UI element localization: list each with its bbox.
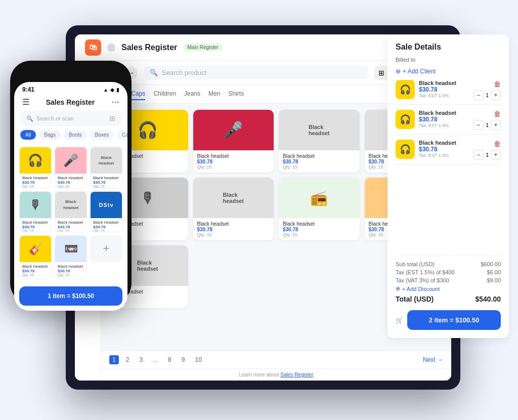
- tablet-search-wrap[interactable]: 🔍 Search product: [144, 66, 368, 79]
- category-caps[interactable]: Caps: [131, 88, 145, 100]
- qty-decrease-1[interactable]: −: [473, 90, 484, 100]
- tablet-product-card[interactable]: Blackheadset Black headset $30.78 Qty: 1…: [279, 110, 360, 173]
- phone-cat-caps[interactable]: Caps: [117, 130, 127, 140]
- sale-item-2: 🎧 Black headset $30.78 Tax: EST 1.5% 🗑 −…: [396, 110, 501, 135]
- delete-item-3-icon[interactable]: 🗑: [494, 140, 501, 148]
- phone-notch: [51, 68, 91, 80]
- phone-product-name: Black headset: [22, 176, 49, 180]
- phone-product-price: $30.78: [93, 225, 119, 229]
- phone-product-card[interactable]: 🎸 Black headset $30.78 Qty: 15: [19, 235, 52, 279]
- tablet-product-card[interactable]: Blackheadset Black headset $30.78 Qty: 1…: [193, 178, 274, 240]
- qty-decrease-3[interactable]: −: [473, 150, 484, 160]
- sale-item-name-3: Black headset: [419, 140, 469, 146]
- subtotal-row: Sub total (USD) $600.00: [396, 261, 501, 267]
- sale-item-tax-1: Tax: EST 1.5%: [419, 93, 469, 98]
- qty-increase-2[interactable]: +: [491, 120, 501, 130]
- tax2-label: Tax (VAT 3%) of $300: [396, 277, 449, 283]
- phone-add-product-button[interactable]: +: [90, 235, 122, 262]
- phone-cat-all[interactable]: All: [20, 130, 36, 140]
- footer-link[interactable]: Sales Register: [280, 372, 313, 377]
- qty-increase-3[interactable]: +: [491, 150, 501, 160]
- phone-categories: All Bags Boots Boxes Caps C: [14, 130, 127, 143]
- category-men[interactable]: Men: [208, 88, 220, 100]
- phone-product-image: 🎙: [20, 192, 51, 218]
- product-price: $30.78: [197, 159, 270, 164]
- subtotal-value: $600.00: [481, 261, 501, 267]
- checkout-button[interactable]: 2 item = $100.50: [407, 310, 501, 330]
- phone-product-card[interactable]: 📼 Black headset $30.78 Qty: 15: [55, 235, 87, 279]
- phone-cat-boxes[interactable]: Boxes: [90, 130, 114, 140]
- phone-product-name: Black headset: [22, 220, 49, 225]
- signal-icon: ▲: [103, 87, 108, 93]
- page-2[interactable]: 2: [123, 355, 133, 364]
- page-10[interactable]: 10: [192, 355, 204, 364]
- phone-product-price: $30.78: [22, 225, 49, 229]
- page-8[interactable]: 8: [165, 355, 175, 364]
- product-image: 🎤: [193, 110, 274, 150]
- product-price: $30.78: [197, 227, 270, 232]
- scan-icon[interactable]: ⊞: [374, 66, 388, 80]
- main-register-badge: Main Register: [183, 44, 223, 51]
- phone-cat-bags[interactable]: Bags: [39, 130, 61, 140]
- add-discount-button[interactable]: ⊕ + Add Discount: [396, 285, 501, 292]
- subtotal-label: Sub total (USD): [396, 261, 435, 267]
- delete-item-1-icon[interactable]: 🗑: [494, 80, 501, 88]
- product-price: $30.78: [283, 159, 356, 164]
- tax1-label: Tax (EST 1.5%) of $400: [396, 269, 455, 275]
- phone-product-card[interactable]: 🎧 Black headset $30.78 Qty: 15: [19, 147, 52, 188]
- tablet-product-card[interactable]: 🎤 Black headset $30.78 Qty: 15: [193, 110, 274, 173]
- page-1[interactable]: 1: [109, 355, 119, 364]
- phone-search-placeholder: Search or scan: [36, 115, 74, 121]
- sale-item-name-1: Black headset: [419, 80, 469, 86]
- phone-header: ☰ Sales Register ⋯: [14, 95, 127, 111]
- qty-control-2: − 1 +: [473, 120, 501, 130]
- phone-search-bar[interactable]: 🔍 Search or scan ⊞: [20, 111, 121, 126]
- qty-decrease-2[interactable]: −: [473, 120, 484, 130]
- page-9[interactable]: 9: [179, 355, 188, 364]
- add-client-button[interactable]: ⊕ + Add Client: [396, 68, 501, 75]
- next-page-button[interactable]: Next →: [423, 356, 443, 363]
- page-3[interactable]: 3: [136, 355, 146, 364]
- tax2-value: $9.00: [487, 277, 501, 283]
- sale-item-1: 🎧 Black headset $30.78 Tax: EST 1.5% 🗑 −…: [396, 80, 501, 105]
- category-children[interactable]: Children: [153, 88, 176, 100]
- phone-cat-boots[interactable]: Boots: [64, 130, 87, 140]
- sale-item-name-2: Black headset: [419, 110, 469, 116]
- tablet-footer: Learn more about Sales Register: [101, 368, 451, 381]
- tax1-row: Tax (EST 1.5%) of $400 $6.00: [396, 269, 501, 275]
- phone-product-image: 🎧: [20, 147, 51, 174]
- tax1-value: $6.00: [487, 269, 501, 275]
- phone-product-image: Blackheadset: [55, 192, 87, 218]
- phone-checkout-button[interactable]: 1 item = $100.50: [19, 286, 122, 306]
- plus-circle-discount-icon: ⊕: [396, 285, 400, 292]
- sale-details-title: Sale Details: [396, 43, 501, 52]
- phone-product-image: 📼: [55, 236, 87, 262]
- phone-product-card[interactable]: 🎙 Black headset $30.78 Qty: 15: [19, 191, 52, 233]
- phone-product-qty: Qty: 15: [22, 229, 49, 233]
- category-shirts[interactable]: Shirts: [228, 88, 244, 100]
- phone-product-qty: Qty: 15: [22, 185, 49, 188]
- phone-scan-icon[interactable]: ⊞: [109, 114, 115, 122]
- sale-item-price-2: $30.78: [419, 116, 469, 123]
- tablet-title: Sales Register: [121, 43, 177, 52]
- cart-icon: 🛒: [396, 317, 403, 324]
- hamburger-menu-icon[interactable]: ☰: [22, 97, 29, 107]
- sale-item-tax-3: Tax: EST 1.5%: [419, 153, 469, 158]
- phone-product-price: $30.78: [58, 180, 84, 185]
- phone-menu-dots-icon[interactable]: ⋯: [111, 97, 119, 107]
- phone-product-card[interactable]: 🎤 Black headset $30.78 Qty: 18: [55, 147, 87, 188]
- phone-product-image: DStv: [91, 192, 122, 218]
- phone-product-card[interactable]: Blackheadset Black headset $30.78 Qty: 1…: [90, 147, 122, 188]
- sale-item-info-1: Black headset $30.78 Tax: EST 1.5%: [419, 80, 469, 98]
- phone-product-card[interactable]: DStv Black headset $30.78 Qty: 15: [90, 191, 122, 233]
- back-button[interactable]: [107, 44, 115, 52]
- phone-time: 9:41: [22, 86, 34, 93]
- search-icon: 🔍: [150, 69, 158, 76]
- delete-item-2-icon[interactable]: 🗑: [494, 110, 501, 118]
- tablet-product-card[interactable]: 📻 Black headset $30.78 Qty: 15: [279, 178, 360, 240]
- category-jeans[interactable]: Jeans: [184, 88, 200, 100]
- qty-increase-1[interactable]: +: [491, 90, 501, 100]
- sale-details-panel: Sale Details Billed to ⊕ + Add Client 🎧 …: [387, 34, 509, 338]
- battery-icon: ▮: [116, 87, 119, 93]
- phone-product-card[interactable]: Blackheadset Black headset $30.78 Qty: 1…: [55, 191, 87, 233]
